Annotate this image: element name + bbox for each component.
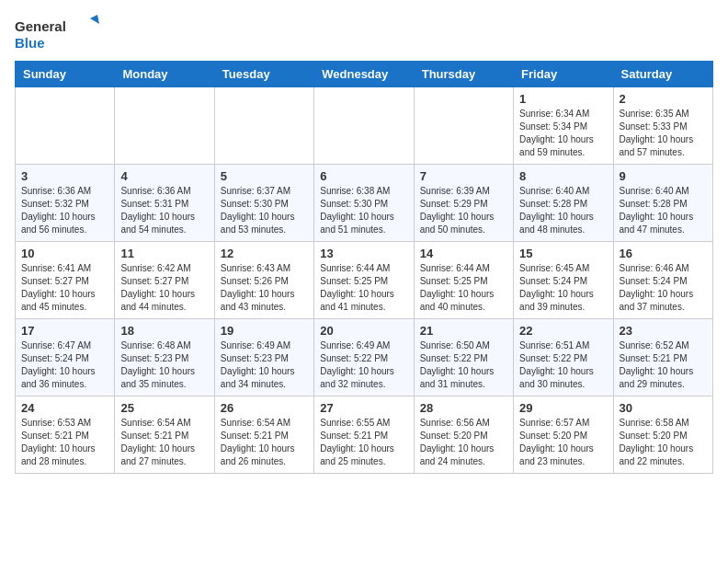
day-info: Sunrise: 6:52 AMSunset: 5:21 PMDaylight:…: [620, 339, 707, 391]
day-number: 15: [519, 247, 607, 260]
day-info: Sunrise: 6:40 AMSunset: 5:28 PMDaylight:…: [620, 185, 707, 236]
day-number: 12: [221, 247, 308, 260]
day-info: Sunrise: 6:51 AMSunset: 5:22 PMDaylight:…: [519, 339, 607, 391]
calendar-cell: 11Sunrise: 6:42 AMSunset: 5:27 PMDayligh…: [115, 242, 214, 319]
col-header-tuesday: Tuesday: [214, 62, 313, 87]
day-info: Sunrise: 6:40 AMSunset: 5:28 PMDaylight:…: [519, 185, 607, 236]
day-number: 10: [21, 247, 108, 260]
day-number: 21: [420, 324, 507, 338]
calendar-cell: 7Sunrise: 6:39 AMSunset: 5:29 PMDaylight…: [414, 165, 513, 242]
day-info: Sunrise: 6:56 AMSunset: 5:20 PMDaylight:…: [420, 417, 507, 468]
svg-text:Blue: Blue: [15, 35, 45, 51]
day-number: 16: [620, 247, 707, 260]
day-info: Sunrise: 6:34 AMSunset: 5:34 PMDaylight:…: [519, 108, 607, 159]
calendar-week-4: 17Sunrise: 6:47 AMSunset: 5:24 PMDayligh…: [16, 319, 713, 396]
calendar-cell: 3Sunrise: 6:36 AMSunset: 5:32 PMDaylight…: [16, 165, 115, 242]
day-number: 6: [320, 169, 407, 183]
day-number: 4: [120, 169, 208, 183]
day-number: 5: [221, 169, 308, 183]
day-info: Sunrise: 6:41 AMSunset: 5:27 PMDaylight:…: [21, 262, 108, 314]
day-info: Sunrise: 6:42 AMSunset: 5:27 PMDaylight:…: [120, 262, 208, 314]
calendar-cell: [414, 87, 513, 165]
calendar-cell: 23Sunrise: 6:52 AMSunset: 5:21 PMDayligh…: [613, 319, 712, 396]
day-number: 24: [21, 401, 108, 415]
day-number: 19: [221, 324, 308, 338]
day-info: Sunrise: 6:43 AMSunset: 5:26 PMDaylight:…: [221, 262, 308, 314]
calendar-cell: 1Sunrise: 6:34 AMSunset: 5:34 PMDaylight…: [514, 87, 613, 165]
calendar-cell: 2Sunrise: 6:35 AMSunset: 5:33 PMDaylight…: [613, 87, 712, 165]
day-number: 3: [21, 169, 108, 183]
calendar-week-2: 3Sunrise: 6:36 AMSunset: 5:32 PMDaylight…: [16, 165, 713, 242]
day-info: Sunrise: 6:46 AMSunset: 5:24 PMDaylight:…: [620, 262, 707, 314]
calendar-cell: 12Sunrise: 6:43 AMSunset: 5:26 PMDayligh…: [214, 242, 313, 319]
day-number: 1: [519, 92, 607, 106]
col-header-saturday: Saturday: [613, 62, 712, 87]
day-number: 9: [620, 169, 707, 183]
calendar-cell: 14Sunrise: 6:44 AMSunset: 5:25 PMDayligh…: [414, 242, 513, 319]
calendar-cell: 16Sunrise: 6:46 AMSunset: 5:24 PMDayligh…: [613, 242, 712, 319]
day-info: Sunrise: 6:49 AMSunset: 5:23 PMDaylight:…: [221, 339, 308, 391]
day-info: Sunrise: 6:49 AMSunset: 5:22 PMDaylight:…: [320, 339, 407, 391]
day-info: Sunrise: 6:54 AMSunset: 5:21 PMDaylight:…: [120, 417, 208, 468]
day-number: 8: [519, 169, 607, 183]
calendar-cell: [214, 87, 313, 165]
calendar-cell: [16, 87, 115, 165]
day-info: Sunrise: 6:53 AMSunset: 5:21 PMDaylight:…: [21, 417, 108, 468]
col-header-thursday: Thursday: [414, 62, 513, 87]
day-info: Sunrise: 6:55 AMSunset: 5:21 PMDaylight:…: [320, 417, 407, 468]
day-number: 11: [120, 247, 208, 260]
day-info: Sunrise: 6:39 AMSunset: 5:29 PMDaylight:…: [420, 185, 507, 236]
calendar-cell: 21Sunrise: 6:50 AMSunset: 5:22 PMDayligh…: [414, 319, 513, 396]
calendar-cell: 15Sunrise: 6:45 AMSunset: 5:24 PMDayligh…: [514, 242, 613, 319]
calendar-cell: 20Sunrise: 6:49 AMSunset: 5:22 PMDayligh…: [314, 319, 414, 396]
calendar-week-5: 24Sunrise: 6:53 AMSunset: 5:21 PMDayligh…: [16, 396, 713, 474]
day-number: 14: [420, 247, 507, 260]
calendar-cell: 17Sunrise: 6:47 AMSunset: 5:24 PMDayligh…: [16, 319, 115, 396]
day-info: Sunrise: 6:47 AMSunset: 5:24 PMDaylight:…: [21, 339, 108, 391]
calendar-cell: [115, 87, 214, 165]
svg-marker-1: [90, 15, 99, 24]
day-number: 7: [420, 169, 507, 183]
calendar-cell: 22Sunrise: 6:51 AMSunset: 5:22 PMDayligh…: [514, 319, 613, 396]
calendar-week-1: 1Sunrise: 6:34 AMSunset: 5:34 PMDaylight…: [16, 87, 713, 165]
calendar-cell: 29Sunrise: 6:57 AMSunset: 5:20 PMDayligh…: [514, 396, 613, 474]
day-number: 18: [120, 324, 208, 338]
calendar-cell: 6Sunrise: 6:38 AMSunset: 5:30 PMDaylight…: [314, 165, 414, 242]
calendar-cell: 10Sunrise: 6:41 AMSunset: 5:27 PMDayligh…: [16, 242, 115, 319]
day-info: Sunrise: 6:38 AMSunset: 5:30 PMDaylight:…: [320, 185, 407, 236]
col-header-sunday: Sunday: [16, 62, 115, 87]
day-info: Sunrise: 6:45 AMSunset: 5:24 PMDaylight:…: [519, 262, 607, 314]
day-number: 20: [320, 324, 407, 338]
day-number: 2: [620, 92, 707, 106]
calendar-cell: 26Sunrise: 6:54 AMSunset: 5:21 PMDayligh…: [214, 396, 313, 474]
day-info: Sunrise: 6:44 AMSunset: 5:25 PMDaylight:…: [420, 262, 507, 314]
col-header-wednesday: Wednesday: [314, 62, 414, 87]
day-number: 29: [519, 401, 607, 415]
svg-text:General: General: [15, 18, 66, 34]
calendar-cell: 4Sunrise: 6:36 AMSunset: 5:31 PMDaylight…: [115, 165, 214, 242]
calendar-cell: 5Sunrise: 6:37 AMSunset: 5:30 PMDaylight…: [214, 165, 313, 242]
calendar-cell: 27Sunrise: 6:55 AMSunset: 5:21 PMDayligh…: [314, 396, 414, 474]
calendar-week-3: 10Sunrise: 6:41 AMSunset: 5:27 PMDayligh…: [16, 242, 713, 319]
day-number: 22: [519, 324, 607, 338]
day-number: 26: [221, 401, 308, 415]
col-header-monday: Monday: [115, 62, 214, 87]
calendar-table: SundayMondayTuesdayWednesdayThursdayFrid…: [15, 61, 713, 474]
calendar-cell: 13Sunrise: 6:44 AMSunset: 5:25 PMDayligh…: [314, 242, 414, 319]
day-info: Sunrise: 6:57 AMSunset: 5:20 PMDaylight:…: [519, 417, 607, 468]
day-number: 23: [620, 324, 707, 338]
day-info: Sunrise: 6:36 AMSunset: 5:32 PMDaylight:…: [21, 185, 108, 236]
calendar-cell: 9Sunrise: 6:40 AMSunset: 5:28 PMDaylight…: [613, 165, 712, 242]
day-info: Sunrise: 6:48 AMSunset: 5:23 PMDaylight:…: [120, 339, 208, 391]
day-info: Sunrise: 6:35 AMSunset: 5:33 PMDaylight:…: [620, 108, 707, 159]
day-info: Sunrise: 6:44 AMSunset: 5:25 PMDaylight:…: [320, 262, 407, 314]
calendar-cell: 18Sunrise: 6:48 AMSunset: 5:23 PMDayligh…: [115, 319, 214, 396]
day-info: Sunrise: 6:54 AMSunset: 5:21 PMDaylight:…: [221, 417, 308, 468]
day-number: 27: [320, 401, 407, 415]
calendar-header-row: SundayMondayTuesdayWednesdayThursdayFrid…: [16, 62, 713, 87]
day-number: 25: [120, 401, 208, 415]
day-info: Sunrise: 6:58 AMSunset: 5:20 PMDaylight:…: [620, 417, 707, 468]
day-info: Sunrise: 6:37 AMSunset: 5:30 PMDaylight:…: [221, 185, 308, 236]
calendar-cell: 24Sunrise: 6:53 AMSunset: 5:21 PMDayligh…: [16, 396, 115, 474]
calendar-cell: 30Sunrise: 6:58 AMSunset: 5:20 PMDayligh…: [613, 396, 712, 474]
